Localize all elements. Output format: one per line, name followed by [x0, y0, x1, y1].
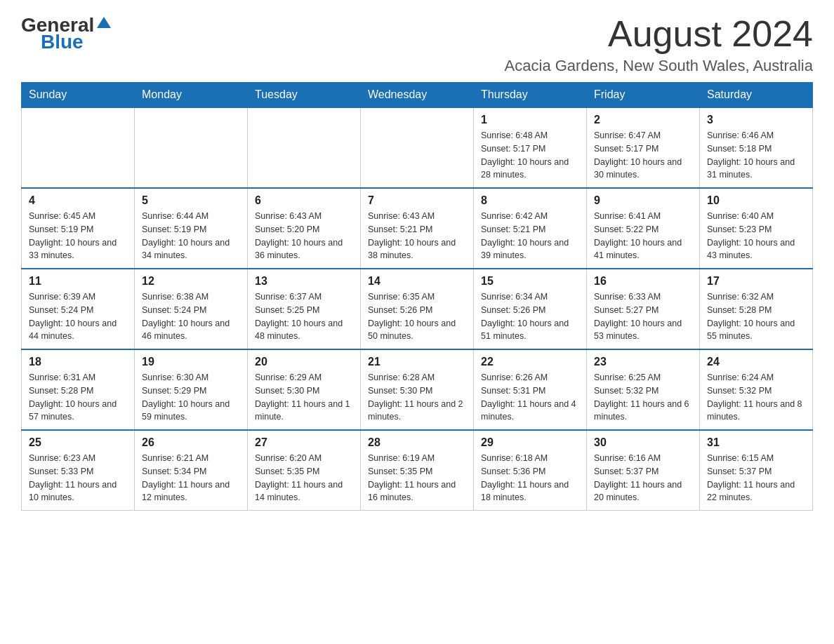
day-number: 23 — [594, 356, 692, 368]
day-number: 28 — [368, 436, 466, 449]
day-info: Sunrise: 6:25 AMSunset: 5:32 PMDaylight:… — [594, 371, 692, 424]
day-info: Sunrise: 6:48 AMSunset: 5:17 PMDaylight:… — [481, 129, 579, 182]
day-number: 5 — [142, 194, 240, 207]
col-header-sunday: Sunday — [22, 83, 135, 108]
day-info: Sunrise: 6:33 AMSunset: 5:27 PMDaylight:… — [594, 290, 692, 343]
day-info: Sunrise: 6:16 AMSunset: 5:37 PMDaylight:… — [594, 452, 692, 504]
calendar-cell: 5Sunrise: 6:44 AMSunset: 5:19 PMDaylight… — [135, 188, 248, 269]
calendar-cell: 17Sunrise: 6:32 AMSunset: 5:28 PMDayligh… — [700, 269, 813, 349]
week-row-1: 1Sunrise: 6:48 AMSunset: 5:17 PMDaylight… — [22, 107, 813, 188]
day-info: Sunrise: 6:43 AMSunset: 5:21 PMDaylight:… — [368, 210, 466, 262]
calendar-cell: 29Sunrise: 6:18 AMSunset: 5:36 PMDayligh… — [474, 430, 587, 511]
calendar-cell: 23Sunrise: 6:25 AMSunset: 5:32 PMDayligh… — [587, 349, 700, 430]
day-number: 13 — [255, 275, 353, 288]
day-info: Sunrise: 6:23 AMSunset: 5:33 PMDaylight:… — [29, 452, 127, 504]
col-header-friday: Friday — [587, 83, 700, 108]
day-number: 22 — [481, 356, 579, 368]
calendar-cell: 30Sunrise: 6:16 AMSunset: 5:37 PMDayligh… — [587, 430, 700, 511]
calendar-cell: 11Sunrise: 6:39 AMSunset: 5:24 PMDayligh… — [22, 269, 135, 349]
calendar-cell: 12Sunrise: 6:38 AMSunset: 5:24 PMDayligh… — [135, 269, 248, 349]
day-number: 26 — [142, 436, 240, 449]
day-number: 25 — [29, 436, 127, 449]
calendar-cell: 21Sunrise: 6:28 AMSunset: 5:30 PMDayligh… — [361, 349, 474, 430]
calendar-cell: 31Sunrise: 6:15 AMSunset: 5:37 PMDayligh… — [700, 430, 813, 511]
calendar-cell: 20Sunrise: 6:29 AMSunset: 5:30 PMDayligh… — [248, 349, 361, 430]
day-info: Sunrise: 6:43 AMSunset: 5:20 PMDaylight:… — [255, 210, 353, 262]
day-number: 2 — [594, 114, 692, 126]
calendar-cell: 3Sunrise: 6:46 AMSunset: 5:18 PMDaylight… — [700, 107, 813, 188]
day-number: 17 — [707, 275, 805, 288]
col-header-monday: Monday — [135, 83, 248, 108]
calendar-cell: 18Sunrise: 6:31 AMSunset: 5:28 PMDayligh… — [22, 349, 135, 430]
logo-triangle-icon — [97, 17, 111, 28]
day-info: Sunrise: 6:40 AMSunset: 5:23 PMDaylight:… — [707, 210, 805, 262]
week-row-3: 11Sunrise: 6:39 AMSunset: 5:24 PMDayligh… — [22, 269, 813, 349]
day-number: 20 — [255, 356, 353, 368]
calendar-cell: 9Sunrise: 6:41 AMSunset: 5:22 PMDaylight… — [587, 188, 700, 269]
day-info: Sunrise: 6:31 AMSunset: 5:28 PMDaylight:… — [29, 371, 127, 424]
day-number: 4 — [29, 194, 127, 207]
day-info: Sunrise: 6:20 AMSunset: 5:35 PMDaylight:… — [255, 452, 353, 504]
day-number: 16 — [594, 275, 692, 288]
calendar-header-row: SundayMondayTuesdayWednesdayThursdayFrid… — [22, 83, 813, 108]
page-header: General Blue August 2024 Acacia Gardens,… — [21, 14, 813, 75]
day-info: Sunrise: 6:45 AMSunset: 5:19 PMDaylight:… — [29, 210, 127, 262]
day-info: Sunrise: 6:29 AMSunset: 5:30 PMDaylight:… — [255, 371, 353, 424]
logo-blue: Blue — [41, 31, 84, 53]
day-number: 29 — [481, 436, 579, 449]
day-info: Sunrise: 6:41 AMSunset: 5:22 PMDaylight:… — [594, 210, 692, 262]
day-info: Sunrise: 6:34 AMSunset: 5:26 PMDaylight:… — [481, 290, 579, 343]
day-info: Sunrise: 6:30 AMSunset: 5:29 PMDaylight:… — [142, 371, 240, 424]
calendar-cell — [22, 107, 135, 188]
day-info: Sunrise: 6:28 AMSunset: 5:30 PMDaylight:… — [368, 371, 466, 424]
calendar-cell — [248, 107, 361, 188]
calendar-cell: 10Sunrise: 6:40 AMSunset: 5:23 PMDayligh… — [700, 188, 813, 269]
calendar-cell: 1Sunrise: 6:48 AMSunset: 5:17 PMDaylight… — [474, 107, 587, 188]
calendar-cell — [135, 107, 248, 188]
calendar-cell: 28Sunrise: 6:19 AMSunset: 5:35 PMDayligh… — [361, 430, 474, 511]
calendar-cell: 22Sunrise: 6:26 AMSunset: 5:31 PMDayligh… — [474, 349, 587, 430]
month-title: August 2024 — [505, 14, 813, 54]
day-info: Sunrise: 6:32 AMSunset: 5:28 PMDaylight:… — [707, 290, 805, 343]
calendar-cell: 16Sunrise: 6:33 AMSunset: 5:27 PMDayligh… — [587, 269, 700, 349]
week-row-2: 4Sunrise: 6:45 AMSunset: 5:19 PMDaylight… — [22, 188, 813, 269]
day-number: 7 — [368, 194, 466, 207]
day-number: 8 — [481, 194, 579, 207]
day-info: Sunrise: 6:39 AMSunset: 5:24 PMDaylight:… — [29, 290, 127, 343]
calendar-cell: 4Sunrise: 6:45 AMSunset: 5:19 PMDaylight… — [22, 188, 135, 269]
calendar-cell: 14Sunrise: 6:35 AMSunset: 5:26 PMDayligh… — [361, 269, 474, 349]
calendar-cell: 6Sunrise: 6:43 AMSunset: 5:20 PMDaylight… — [248, 188, 361, 269]
day-info: Sunrise: 6:26 AMSunset: 5:31 PMDaylight:… — [481, 371, 579, 424]
day-number: 6 — [255, 194, 353, 207]
day-number: 12 — [142, 275, 240, 288]
day-info: Sunrise: 6:38 AMSunset: 5:24 PMDaylight:… — [142, 290, 240, 343]
day-info: Sunrise: 6:42 AMSunset: 5:21 PMDaylight:… — [481, 210, 579, 262]
day-info: Sunrise: 6:15 AMSunset: 5:37 PMDaylight:… — [707, 452, 805, 504]
day-info: Sunrise: 6:44 AMSunset: 5:19 PMDaylight:… — [142, 210, 240, 262]
day-number: 10 — [707, 194, 805, 207]
calendar-cell: 15Sunrise: 6:34 AMSunset: 5:26 PMDayligh… — [474, 269, 587, 349]
day-info: Sunrise: 6:24 AMSunset: 5:32 PMDaylight:… — [707, 371, 805, 424]
day-number: 15 — [481, 275, 579, 288]
day-number: 9 — [594, 194, 692, 207]
week-row-4: 18Sunrise: 6:31 AMSunset: 5:28 PMDayligh… — [22, 349, 813, 430]
calendar-cell — [361, 107, 474, 188]
week-row-5: 25Sunrise: 6:23 AMSunset: 5:33 PMDayligh… — [22, 430, 813, 511]
calendar-cell: 26Sunrise: 6:21 AMSunset: 5:34 PMDayligh… — [135, 430, 248, 511]
day-number: 21 — [368, 356, 466, 368]
day-info: Sunrise: 6:21 AMSunset: 5:34 PMDaylight:… — [142, 452, 240, 504]
calendar-cell: 24Sunrise: 6:24 AMSunset: 5:32 PMDayligh… — [700, 349, 813, 430]
day-number: 11 — [29, 275, 127, 288]
calendar-cell: 7Sunrise: 6:43 AMSunset: 5:21 PMDaylight… — [361, 188, 474, 269]
day-info: Sunrise: 6:37 AMSunset: 5:25 PMDaylight:… — [255, 290, 353, 343]
calendar-table: SundayMondayTuesdayWednesdayThursdayFrid… — [21, 82, 813, 511]
day-info: Sunrise: 6:35 AMSunset: 5:26 PMDaylight:… — [368, 290, 466, 343]
calendar-cell: 8Sunrise: 6:42 AMSunset: 5:21 PMDaylight… — [474, 188, 587, 269]
calendar-cell: 13Sunrise: 6:37 AMSunset: 5:25 PMDayligh… — [248, 269, 361, 349]
calendar-cell: 25Sunrise: 6:23 AMSunset: 5:33 PMDayligh… — [22, 430, 135, 511]
location-title: Acacia Gardens, New South Wales, Austral… — [505, 57, 813, 75]
day-number: 19 — [142, 356, 240, 368]
title-area: August 2024 Acacia Gardens, New South Wa… — [505, 14, 813, 75]
calendar-cell: 19Sunrise: 6:30 AMSunset: 5:29 PMDayligh… — [135, 349, 248, 430]
day-info: Sunrise: 6:46 AMSunset: 5:18 PMDaylight:… — [707, 129, 805, 182]
